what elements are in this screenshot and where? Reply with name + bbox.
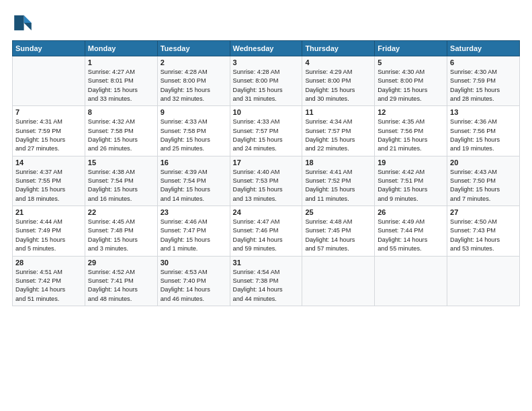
cell-content: Sunrise: 4:39 AMSunset: 7:54 PMDaylight:… xyxy=(161,168,227,203)
calendar-cell: 12Sunrise: 4:35 AMSunset: 7:56 PMDayligh… xyxy=(375,106,447,156)
day-number: 7 xyxy=(15,108,82,116)
day-number: 10 xyxy=(233,108,300,116)
cell-content: Sunrise: 4:36 AMSunset: 7:56 PMDaylight:… xyxy=(450,118,517,153)
calendar-cell: 16Sunrise: 4:39 AMSunset: 7:54 PMDayligh… xyxy=(157,156,230,205)
day-number: 3 xyxy=(233,58,300,66)
cell-content: Sunrise: 4:33 AMSunset: 7:58 PMDaylight:… xyxy=(161,118,227,153)
calendar-cell: 25Sunrise: 4:48 AMSunset: 7:45 PMDayligh… xyxy=(302,206,375,256)
svg-rect-2 xyxy=(14,15,24,30)
week-row-1: 7Sunrise: 4:31 AMSunset: 7:59 PMDaylight… xyxy=(13,106,520,156)
cell-content: Sunrise: 4:27 AMSunset: 8:01 PMDaylight:… xyxy=(88,68,154,103)
cell-content: Sunrise: 4:40 AMSunset: 7:53 PMDaylight:… xyxy=(233,168,300,203)
cell-content: Sunrise: 4:43 AMSunset: 7:50 PMDaylight:… xyxy=(450,168,517,203)
day-number: 31 xyxy=(233,259,300,267)
cell-content: Sunrise: 4:38 AMSunset: 7:54 PMDaylight:… xyxy=(88,168,154,203)
svg-marker-1 xyxy=(24,23,32,30)
day-number: 19 xyxy=(378,158,444,167)
day-number: 24 xyxy=(233,208,300,216)
cell-content: Sunrise: 4:30 AMSunset: 7:59 PMDaylight:… xyxy=(450,68,517,103)
cell-content: Sunrise: 4:28 AMSunset: 8:00 PMDaylight:… xyxy=(233,68,300,103)
calendar-cell: 28Sunrise: 4:51 AMSunset: 7:42 PMDayligh… xyxy=(13,256,85,306)
calendar-cell: 23Sunrise: 4:46 AMSunset: 7:47 PMDayligh… xyxy=(157,206,230,256)
calendar-table: SundayMondayTuesdayWednesdayThursdayFrid… xyxy=(12,40,520,306)
cell-content: Sunrise: 4:49 AMSunset: 7:44 PMDaylight:… xyxy=(378,218,444,253)
cell-content: Sunrise: 4:31 AMSunset: 7:59 PMDaylight:… xyxy=(15,118,82,153)
svg-marker-0 xyxy=(24,15,32,23)
col-header-friday: Friday xyxy=(375,41,447,56)
day-number: 29 xyxy=(88,259,154,267)
calendar-cell: 30Sunrise: 4:53 AMSunset: 7:40 PMDayligh… xyxy=(157,256,230,306)
day-number: 21 xyxy=(15,208,82,216)
cell-content: Sunrise: 4:54 AMSunset: 7:38 PMDaylight:… xyxy=(233,268,300,304)
calendar-cell: 27Sunrise: 4:50 AMSunset: 7:43 PMDayligh… xyxy=(447,206,520,256)
col-header-sunday: Sunday xyxy=(13,41,85,56)
calendar-cell: 5Sunrise: 4:30 AMSunset: 8:00 PMDaylight… xyxy=(375,56,447,106)
week-row-0: 1Sunrise: 4:27 AMSunset: 8:01 PMDaylight… xyxy=(13,56,520,106)
calendar-cell: 2Sunrise: 4:28 AMSunset: 8:00 PMDaylight… xyxy=(157,56,230,106)
cell-content: Sunrise: 4:52 AMSunset: 7:41 PMDaylight:… xyxy=(88,268,154,304)
calendar-cell: 29Sunrise: 4:52 AMSunset: 7:41 PMDayligh… xyxy=(85,256,157,306)
calendar-cell: 31Sunrise: 4:54 AMSunset: 7:38 PMDayligh… xyxy=(230,256,302,306)
calendar-cell: 19Sunrise: 4:42 AMSunset: 7:51 PMDayligh… xyxy=(375,156,447,205)
day-number: 8 xyxy=(88,108,154,116)
day-number: 2 xyxy=(161,58,227,66)
calendar-cell: 21Sunrise: 4:44 AMSunset: 7:49 PMDayligh… xyxy=(13,206,85,256)
calendar-cell: 15Sunrise: 4:38 AMSunset: 7:54 PMDayligh… xyxy=(85,156,157,205)
cell-content: Sunrise: 4:33 AMSunset: 7:57 PMDaylight:… xyxy=(233,118,300,153)
calendar-cell: 7Sunrise: 4:31 AMSunset: 7:59 PMDaylight… xyxy=(13,106,85,156)
week-row-4: 28Sunrise: 4:51 AMSunset: 7:42 PMDayligh… xyxy=(13,256,520,306)
cell-content: Sunrise: 4:42 AMSunset: 7:51 PMDaylight:… xyxy=(378,168,444,203)
day-number: 22 xyxy=(88,208,154,216)
calendar-cell: 14Sunrise: 4:37 AMSunset: 7:55 PMDayligh… xyxy=(13,156,85,205)
cell-content: Sunrise: 4:48 AMSunset: 7:45 PMDaylight:… xyxy=(305,218,371,253)
calendar-cell: 26Sunrise: 4:49 AMSunset: 7:44 PMDayligh… xyxy=(375,206,447,256)
calendar-cell: 1Sunrise: 4:27 AMSunset: 8:01 PMDaylight… xyxy=(85,56,157,106)
cell-content: Sunrise: 4:47 AMSunset: 7:46 PMDaylight:… xyxy=(233,218,300,253)
day-number: 25 xyxy=(305,208,371,216)
day-number: 4 xyxy=(305,58,371,66)
day-number: 6 xyxy=(450,58,517,66)
day-number: 28 xyxy=(15,259,82,267)
cell-content: Sunrise: 4:29 AMSunset: 8:00 PMDaylight:… xyxy=(305,68,371,103)
header-row: SundayMondayTuesdayWednesdayThursdayFrid… xyxy=(13,41,520,56)
calendar-header: SundayMondayTuesdayWednesdayThursdayFrid… xyxy=(13,41,520,56)
calendar-cell: 18Sunrise: 4:41 AMSunset: 7:52 PMDayligh… xyxy=(302,156,375,205)
col-header-wednesday: Wednesday xyxy=(230,41,302,56)
page: SundayMondayTuesdayWednesdayThursdayFrid… xyxy=(0,0,532,411)
cell-content: Sunrise: 4:28 AMSunset: 8:00 PMDaylight:… xyxy=(161,68,227,103)
day-number: 30 xyxy=(161,259,227,267)
calendar-cell xyxy=(447,256,520,306)
cell-content: Sunrise: 4:46 AMSunset: 7:47 PMDaylight:… xyxy=(161,218,227,253)
week-row-2: 14Sunrise: 4:37 AMSunset: 7:55 PMDayligh… xyxy=(13,156,520,205)
cell-content: Sunrise: 4:30 AMSunset: 8:00 PMDaylight:… xyxy=(378,68,444,103)
calendar-cell: 22Sunrise: 4:45 AMSunset: 7:48 PMDayligh… xyxy=(85,206,157,256)
calendar-cell: 11Sunrise: 4:34 AMSunset: 7:57 PMDayligh… xyxy=(302,106,375,156)
logo xyxy=(12,12,36,34)
cell-content: Sunrise: 4:44 AMSunset: 7:49 PMDaylight:… xyxy=(15,218,82,253)
day-number: 16 xyxy=(161,158,227,167)
calendar-cell xyxy=(302,256,375,306)
day-number: 13 xyxy=(450,108,517,116)
calendar-cell: 10Sunrise: 4:33 AMSunset: 7:57 PMDayligh… xyxy=(230,106,302,156)
day-number: 1 xyxy=(88,58,154,66)
day-number: 26 xyxy=(378,208,444,216)
cell-content: Sunrise: 4:50 AMSunset: 7:43 PMDaylight:… xyxy=(450,218,517,253)
day-number: 17 xyxy=(233,158,300,167)
cell-content: Sunrise: 4:34 AMSunset: 7:57 PMDaylight:… xyxy=(305,118,371,153)
day-number: 14 xyxy=(15,158,82,167)
logo-icon xyxy=(12,12,34,34)
cell-content: Sunrise: 4:37 AMSunset: 7:55 PMDaylight:… xyxy=(15,168,82,203)
calendar-cell: 3Sunrise: 4:28 AMSunset: 8:00 PMDaylight… xyxy=(230,56,302,106)
calendar-cell xyxy=(13,56,85,106)
day-number: 27 xyxy=(450,208,517,216)
calendar-cell: 20Sunrise: 4:43 AMSunset: 7:50 PMDayligh… xyxy=(447,156,520,205)
cell-content: Sunrise: 4:32 AMSunset: 7:58 PMDaylight:… xyxy=(88,118,154,153)
col-header-monday: Monday xyxy=(85,41,157,56)
day-number: 9 xyxy=(161,108,227,116)
calendar-body: 1Sunrise: 4:27 AMSunset: 8:01 PMDaylight… xyxy=(13,56,520,306)
calendar-cell: 4Sunrise: 4:29 AMSunset: 8:00 PMDaylight… xyxy=(302,56,375,106)
day-number: 23 xyxy=(161,208,227,216)
calendar-cell: 6Sunrise: 4:30 AMSunset: 7:59 PMDaylight… xyxy=(447,56,520,106)
col-header-saturday: Saturday xyxy=(447,41,520,56)
cell-content: Sunrise: 4:51 AMSunset: 7:42 PMDaylight:… xyxy=(15,268,82,304)
